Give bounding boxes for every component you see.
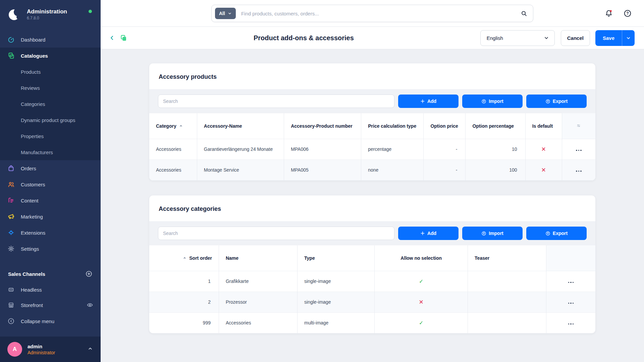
sidebar-item-content[interactable]: Content: [0, 192, 101, 208]
column-header-teaser[interactable]: Teaser: [468, 245, 546, 271]
column-header-product-number[interactable]: Accessory-Product number: [284, 113, 361, 139]
accessory-categories-search-input[interactable]: [158, 227, 394, 240]
sidebar-item-products[interactable]: Products: [0, 64, 101, 80]
smartbar: Product add-ons & accessories English Ca…: [101, 27, 644, 49]
back-button[interactable]: [109, 35, 115, 41]
eye-icon: [87, 302, 93, 308]
cell-teaser: [468, 271, 546, 292]
grid-settings-header[interactable]: [562, 113, 595, 139]
row-actions-button[interactable]: [546, 292, 595, 312]
sidebar-item-extensions[interactable]: Extensions: [0, 225, 101, 241]
chevron-down-icon: [228, 11, 232, 15]
global-search-input[interactable]: [241, 11, 520, 16]
column-header-sort-order[interactable]: Sort order: [149, 245, 219, 271]
accessory-categories-card: Accessory categories Add Import Export: [149, 195, 596, 334]
sidebar-item-dynamic-product-groups[interactable]: Dynamic product groups: [0, 112, 101, 128]
row-actions-button[interactable]: [546, 271, 595, 292]
catalogues-module-icon: [120, 35, 127, 42]
sidebar-item-label: Catalogues: [21, 53, 48, 59]
cell-option-percentage: 10: [466, 139, 525, 160]
sidebar-item-customers[interactable]: Customers: [0, 176, 101, 192]
sidebar-item-manufacturers[interactable]: Manufacturers: [0, 144, 101, 160]
cell-teaser: [468, 312, 546, 333]
column-header-type[interactable]: Type: [298, 245, 375, 271]
sidebar-item-dashboard[interactable]: Dashboard: [0, 32, 101, 48]
cell-allow-no-selection: ✕: [375, 292, 468, 312]
column-header-option-price[interactable]: Option price: [424, 113, 466, 139]
sidebar-item-storefront[interactable]: Storefront: [0, 297, 101, 313]
column-header-is-default[interactable]: Is default: [525, 113, 562, 139]
sidebar-item-properties[interactable]: Properties: [0, 128, 101, 144]
column-header-option-percentage[interactable]: Option percentage: [466, 113, 525, 139]
export-button[interactable]: Export: [526, 95, 587, 108]
table-row[interactable]: 1 Grafikkarte single-image ✓: [149, 271, 595, 292]
search-icon[interactable]: [520, 10, 528, 17]
plus-icon: [420, 99, 425, 104]
row-actions-button[interactable]: [562, 160, 595, 180]
orders-bag-icon: [7, 165, 15, 172]
app-version: 6.7.8.0: [27, 16, 67, 20]
sidebar-item-orders[interactable]: Orders: [0, 160, 101, 176]
cancel-button[interactable]: Cancel: [561, 30, 590, 46]
save-button[interactable]: Save: [595, 30, 622, 46]
column-header-accessory-name[interactable]: Accessory-Name: [197, 113, 284, 139]
username: admin: [28, 344, 55, 349]
search-scope-dropdown[interactable]: All: [215, 8, 236, 19]
notifications-button[interactable]: [604, 8, 614, 18]
help-button[interactable]: ?: [623, 8, 633, 18]
ellipsis-icon: [553, 282, 589, 283]
sidebar-item-categories[interactable]: Categories: [0, 96, 101, 112]
import-button[interactable]: Import: [462, 95, 523, 108]
upload-icon: [545, 99, 550, 104]
extensions-plug-icon: [7, 229, 15, 236]
sidebar-item-reviews[interactable]: Reviews: [0, 80, 101, 96]
cell-product-number: MPA005: [284, 160, 361, 180]
collapse-menu-button[interactable]: Collapse menu: [0, 313, 101, 329]
table-row[interactable]: Accessories Montage Service MPA005 none …: [149, 160, 595, 180]
cell-name: Accessories: [219, 312, 297, 333]
add-button[interactable]: Add: [398, 95, 459, 108]
column-header-category[interactable]: Category: [149, 113, 197, 139]
sidebar-item-catalogues[interactable]: Catalogues: [0, 48, 101, 64]
global-search[interactable]: All: [211, 5, 533, 22]
row-actions-button[interactable]: [562, 139, 595, 160]
sidebar-item-settings[interactable]: Settings: [0, 241, 101, 257]
table-header-row: Sort order Name Type Allow no selection …: [149, 245, 595, 271]
add-sales-channel-button[interactable]: [85, 270, 93, 278]
cell-type: multi-image: [298, 312, 375, 333]
catalogues-section: Catalogues Products Reviews Categories D…: [0, 48, 101, 160]
table-row[interactable]: Accessories Garantieverlängerung 24 Mona…: [149, 139, 595, 160]
user-menu[interactable]: A admin Administrator: [0, 337, 101, 362]
import-button[interactable]: Import: [462, 227, 523, 240]
cell-allow-no-selection: ✓: [375, 312, 468, 333]
ellipsis-icon: [553, 303, 589, 304]
accessory-products-table: Category Accessory-Name Accessory-Produc…: [149, 113, 595, 180]
export-button[interactable]: Export: [526, 227, 587, 240]
sort-asc-icon: [183, 256, 186, 260]
search-scope-label: All: [219, 11, 225, 16]
chevron-left-icon: [109, 35, 115, 41]
table-header-row: Category Accessory-Name Accessory-Produc…: [149, 113, 595, 139]
cell-allow-no-selection: ✓: [375, 271, 468, 292]
storefront-icon: [7, 301, 15, 309]
storefront-visibility-button[interactable]: [87, 302, 93, 308]
language-select[interactable]: English: [480, 30, 555, 46]
cell-price-type: percentage: [361, 139, 424, 160]
accessory-products-search-input[interactable]: [158, 95, 394, 108]
column-header-name[interactable]: Name: [219, 245, 297, 271]
table-row[interactable]: 999 Accessories multi-image ✓: [149, 312, 595, 333]
app-name: Administration: [27, 8, 67, 15]
shopware-logo-icon: [7, 7, 22, 22]
sidebar-item-marketing[interactable]: Marketing: [0, 208, 101, 225]
add-button[interactable]: Add: [398, 227, 459, 240]
table-row[interactable]: 2 Prozessor single-image ✕: [149, 292, 595, 312]
language-select-value: English: [487, 35, 503, 41]
row-actions-button[interactable]: [546, 312, 595, 333]
sidebar-item-headless[interactable]: Headless: [0, 282, 101, 297]
card-title: Accessory products: [149, 63, 595, 89]
sidebar-item-label: Dashboard: [21, 37, 45, 43]
column-header-allow-no-selection[interactable]: Allow no selection: [375, 245, 468, 271]
save-options-button[interactable]: [622, 30, 635, 46]
column-header-price-calculation-type[interactable]: Price calculation type: [361, 113, 424, 139]
chevron-up-icon: [87, 346, 93, 353]
